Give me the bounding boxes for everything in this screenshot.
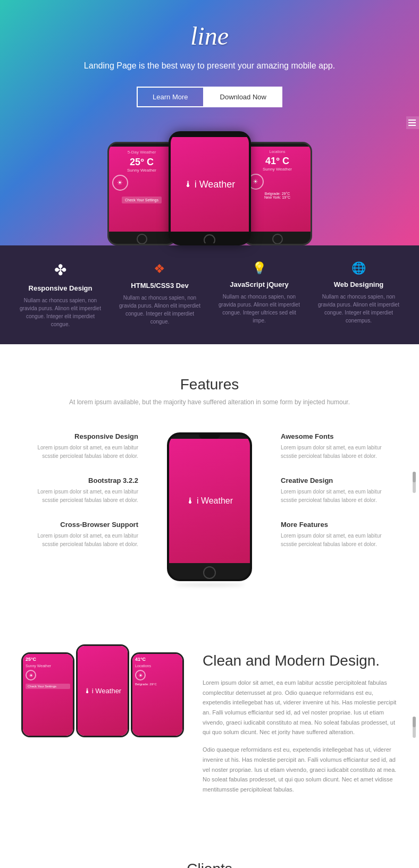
feature-block-desc-2: Lorem ipsum dolor sit amet, ea eum labit…	[21, 488, 138, 505]
feature-title-responsive: Responsive Design	[16, 284, 104, 292]
clean-design-paragraph1: Lorem ipsum dolor sit amet, ea eum labit…	[203, 678, 398, 737]
feature-html5: ❖ HTML5/CSS3 Dev Nullam ac rhoncus sapie…	[116, 261, 204, 326]
features-left-column: Responsive Design Lorem ipsum dolor sit …	[21, 432, 138, 565]
section-scrollbar	[413, 472, 416, 493]
main-features-section: Features At lorem ipsum available, but t…	[0, 344, 419, 620]
feature-title-html5: HTML5/CSS3 Dev	[116, 282, 204, 290]
clean-phone-3: 41°C Locations ☀ Belgrade: 29°C	[131, 652, 184, 737]
feature-block-bootstrap: Bootstrap 3.2.2 Lorem ipsum dolor sit am…	[21, 476, 138, 505]
clients-title: Clients	[21, 861, 398, 868]
feature-webdesign: 🌐 Web Designing Nullam ac rhoncus sapien…	[315, 261, 403, 325]
iweather-logo-center: 🌡 i Weather	[184, 179, 236, 190]
features-section-title: Features	[21, 376, 398, 393]
feature-block-creative: Creative Design Lorem ipsum dolor sit am…	[281, 476, 398, 505]
clean-phone-2: 🌡i Weather	[76, 644, 129, 737]
clean-section-scrollbar	[413, 717, 416, 738]
feature-block-desc-3: Lorem ipsum dolor sit amet, ea eum labit…	[21, 532, 138, 549]
feature-block-desc-1: Lorem ipsum dolor sit amet, ea eum labit…	[21, 444, 138, 461]
feature-desc-responsive: Nullam ac rhoncus sapien, non gravida pu…	[16, 296, 104, 328]
menu-toggle-button[interactable]	[406, 116, 419, 129]
hero-subtitle: Landing Page is the best way to present …	[11, 61, 408, 71]
clean-design-text: Clean and Modern Design. Lorem ipsum dol…	[203, 652, 398, 802]
hero-buttons: Learn More Download Now	[11, 87, 408, 107]
clean-design-section: 25°C Sunny Weather ☀ Check Your Settings…	[0, 620, 419, 834]
responsive-icon: ✤	[16, 261, 104, 279]
feature-block-fonts: Awesome Fonts Lorem ipsum dolor sit amet…	[281, 432, 398, 461]
feature-block-desc-6: Lorem ipsum dolor sit amet, ea eum labit…	[281, 532, 398, 549]
feature-block-title-5: Creative Design	[281, 476, 398, 484]
center-feature-phone: 🌡 i Weather	[162, 432, 257, 589]
weather-desc-left: Sunny Weather	[112, 168, 172, 173]
feature-block-desc-4: Lorem ipsum dolor sit amet, ea eum labit…	[281, 444, 398, 461]
temp-left: 25° C	[112, 157, 172, 168]
phone-left: 5-Day Weather 25° C Sunny Weather ☀ Chec…	[107, 142, 177, 245]
feature-block-title-6: More Features	[281, 521, 398, 529]
feature-title-webdesign: Web Designing	[315, 280, 403, 288]
feature-js: 💡 JavaScript jQuery Nullam ac rhoncus sa…	[215, 261, 303, 325]
learn-more-button[interactable]: Learn More	[137, 87, 204, 107]
feature-desc-html5: Nullam ac rhoncus sapien, non gravida pu…	[116, 294, 204, 326]
features-right-column: Awesome Fonts Lorem ipsum dolor sit amet…	[281, 432, 398, 565]
feature-block-title-1: Responsive Design	[21, 432, 138, 440]
feature-desc-js: Nullam ac rhoncus sapien, non gravida pu…	[215, 293, 303, 325]
feature-block-responsive: Responsive Design Lorem ipsum dolor sit …	[21, 432, 138, 461]
features-grid: Responsive Design Lorem ipsum dolor sit …	[21, 432, 398, 589]
feature-block-title-2: Bootstrap 3.2.2	[21, 476, 138, 484]
feature-phone-body: 🌡 i Weather	[167, 432, 252, 581]
features-section-subtitle: At lorem ipsum available, but the majori…	[21, 398, 398, 406]
feature-block-more: More Features Lorem ipsum dolor sit amet…	[281, 521, 398, 549]
features-strip: ✤ Responsive Design Nullam ac rhoncus sa…	[0, 245, 419, 344]
hero-background: line Landing Page is the best way to pre…	[0, 0, 419, 245]
feature-desc-webdesign: Nullam ac rhoncus sapien, non gravida pu…	[315, 293, 403, 325]
phone-center: 🌡 i Weather	[169, 131, 251, 245]
webdesign-icon: 🌐	[315, 261, 403, 275]
hero-section: line Landing Page is the best way to pre…	[0, 0, 419, 245]
js-icon: 💡	[215, 261, 303, 275]
phones-showcase: 5-Day Weather 25° C Sunny Weather ☀ Chec…	[11, 129, 408, 245]
feature-block-browser: Cross-Browser Support Lorem ipsum dolor …	[21, 521, 138, 549]
hero-title: line	[11, 21, 408, 50]
feature-title-js: JavaScript jQuery	[215, 280, 303, 288]
feature-block-title-4: Awesome Fonts	[281, 432, 398, 440]
check-settings-btn[interactable]: Check Your Settings	[122, 197, 162, 203]
html5-icon: ❖	[116, 261, 204, 276]
phone-right: Locations 41° C Sunny Weather ☀ Belgrade…	[243, 142, 312, 245]
feature-block-desc-5: Lorem ipsum dolor sit amet, ea eum labit…	[281, 488, 398, 505]
iweather-label-center: i Weather	[197, 496, 233, 506]
feature-block-title-3: Cross-Browser Support	[21, 521, 138, 529]
feature-responsive: ✤ Responsive Design Nullam ac rhoncus sa…	[16, 261, 104, 328]
clean-design-title: Clean and Modern Design.	[203, 652, 398, 669]
clients-section: Clients workday. intel jQuery flickr YAH…	[0, 834, 419, 868]
temp-right: 41° C	[248, 156, 307, 167]
download-now-button[interactable]: Download Now	[204, 87, 282, 107]
clean-phones-group: 25°C Sunny Weather ☀ Check Your Settings…	[21, 652, 181, 737]
clean-phone-1: 25°C Sunny Weather ☀ Check Your Settings	[21, 652, 74, 737]
clean-design-paragraph2: Odio quaeque reformidans est eu, expeten…	[203, 745, 398, 794]
